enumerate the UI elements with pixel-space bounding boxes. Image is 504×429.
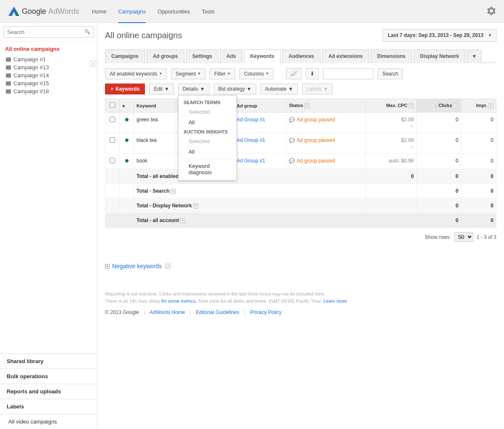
help-icon[interactable]: ? xyxy=(304,103,310,108)
search-button[interactable]: Search xyxy=(378,68,403,79)
edit-cpc-icon[interactable]: ✎ xyxy=(410,124,414,128)
edit-cpc-icon[interactable]: ✎ xyxy=(410,145,414,149)
tree-item[interactable]: Campaign #15 xyxy=(5,79,92,87)
tab-adgroups[interactable]: Ad groups xyxy=(147,50,184,63)
speech-icon: 💬 xyxy=(289,138,295,143)
details-button[interactable]: Details ▼ xyxy=(178,84,210,94)
select-all-checkbox[interactable] xyxy=(110,102,115,108)
menu-auction-all[interactable]: All xyxy=(178,146,236,157)
date-range-picker[interactable]: Last 7 days: Sep 23, 2013 - Sep 29, 2013 xyxy=(383,29,496,42)
cell-cpc: $2.09✎ xyxy=(365,112,416,133)
segment-button[interactable]: Segment ▼ xyxy=(171,68,205,79)
chevron-down-icon: ▼ xyxy=(227,72,231,76)
row-checkbox[interactable] xyxy=(110,117,115,122)
table-row: bookCampaign #13Ad Group #1💬Ad group pau… xyxy=(105,154,496,169)
chart-icon[interactable]: 📈 xyxy=(286,68,302,79)
status-text: Ad group paused xyxy=(297,158,335,164)
menu-search-terms-all[interactable]: All xyxy=(178,117,236,128)
row-checkbox[interactable] xyxy=(110,158,115,163)
shared-library[interactable]: Shared library xyxy=(0,353,97,369)
tree-item[interactable]: Campaign #14 xyxy=(5,71,92,79)
tab-dimensions[interactable]: Dimensions xyxy=(371,50,412,63)
dropdown-header: AUCTION INSIGHTS xyxy=(178,128,236,136)
tab-display-network[interactable]: Display Network xyxy=(414,50,465,63)
col-impr[interactable]: Impr.? xyxy=(461,99,496,112)
status-text: Ad group paused xyxy=(297,137,335,143)
help-icon[interactable]: ? xyxy=(193,204,198,209)
filter-button[interactable]: Filter ▼ xyxy=(210,68,235,79)
tree-item[interactable]: Campaign #13 xyxy=(5,63,92,71)
col-maxcpc[interactable]: Max. CPC? xyxy=(365,99,416,112)
footer-links: © 2013 Google | AdWords Home | Editorial… xyxy=(105,309,496,315)
editorial-guidelines-link[interactable]: Editorial Guidelines xyxy=(196,309,239,315)
row-checkbox[interactable] xyxy=(110,137,115,143)
metrics-link[interactable]: for some metrics. xyxy=(161,298,197,303)
tab-audiences[interactable]: Audiences xyxy=(282,50,320,63)
nav-home[interactable]: Home xyxy=(92,1,107,22)
menu-search-terms-selected[interactable]: Selected xyxy=(178,107,236,117)
cell-cpc: $2.09✎ xyxy=(365,133,416,154)
rows-select[interactable]: 50 xyxy=(454,232,473,242)
bulk-operations[interactable]: Bulk operations xyxy=(0,369,97,384)
campaign-icon xyxy=(6,58,11,62)
logo[interactable]: Google AdWords xyxy=(8,7,79,16)
help-icon[interactable]: ? xyxy=(180,218,185,223)
automate-button[interactable]: Automate ▼ xyxy=(260,84,298,94)
all-online-campaigns[interactable]: All online campaigns xyxy=(5,46,92,52)
tab-ads[interactable]: Ads xyxy=(220,50,242,63)
privacy-policy-link[interactable]: Privacy Policy xyxy=(250,309,282,315)
logo-text: Google AdWords xyxy=(22,7,79,16)
bid-strategy-button[interactable]: Bid strategy ▼ xyxy=(214,84,256,94)
tabs: Campaigns Ad groups Settings Ads Keyword… xyxy=(105,49,496,63)
col-keyword[interactable]: Keyword xyxy=(134,99,175,112)
search-input[interactable] xyxy=(3,26,94,38)
edit-button[interactable]: Edit ▼ xyxy=(149,84,174,94)
tab-more[interactable]: ▼ xyxy=(467,50,481,63)
nav-opportunities[interactable]: Opportunities xyxy=(158,1,190,22)
download-icon[interactable]: ⬇ xyxy=(306,68,319,79)
collapse-sidebar-button[interactable]: « xyxy=(90,61,96,67)
cell-keyword: black tea xyxy=(134,133,175,154)
nav-tools[interactable]: Tools xyxy=(202,1,215,22)
topnav: Home Campaigns Opportunities Tools xyxy=(92,1,215,22)
filter-enabled-keywords[interactable]: All enabled keywords ▼ xyxy=(105,68,167,79)
help-icon[interactable]: ? xyxy=(165,264,171,269)
menu-auction-selected[interactable]: Selected xyxy=(178,136,236,146)
learn-more-link[interactable]: Learn more xyxy=(323,298,347,303)
reports-uploads[interactable]: Reports and uploads xyxy=(0,384,97,399)
help-icon[interactable]: ? xyxy=(453,103,458,108)
help-icon[interactable]: ? xyxy=(488,103,494,108)
menu-keyword-diagnosis[interactable]: Keyword diagnosis xyxy=(178,161,236,178)
labels[interactable]: Labels xyxy=(0,399,97,414)
help-icon[interactable]: ? xyxy=(171,189,176,194)
help-icon[interactable]: ? xyxy=(409,103,414,108)
adgroup-link[interactable]: Ad Group #1 xyxy=(236,158,265,164)
tab-adextensions[interactable]: Ad extensions xyxy=(322,50,369,63)
col-status[interactable]: Status? xyxy=(286,99,366,112)
tab-campaigns[interactable]: Campaigns xyxy=(105,50,145,63)
tab-settings[interactable]: Settings xyxy=(186,50,218,63)
status-text: Ad group paused xyxy=(297,117,335,123)
table-search-input[interactable] xyxy=(323,68,373,79)
topbar: Google AdWords Home Campaigns Opportunit… xyxy=(0,0,504,23)
col-clicks[interactable]: ↓Clicks? xyxy=(417,99,461,112)
all-video-campaigns[interactable]: All video campaigns xyxy=(0,414,97,429)
add-keywords-button[interactable]: +Keywords xyxy=(105,84,145,94)
adwords-home-link[interactable]: AdWords Home xyxy=(150,309,185,315)
labels-button[interactable]: Labels ▼ xyxy=(302,84,333,94)
gear-icon[interactable] xyxy=(487,7,496,16)
col-adgroup[interactable]: Ad group xyxy=(234,99,286,112)
columns-button[interactable]: Columns ▼ xyxy=(239,68,273,79)
adgroup-link[interactable]: Ad Group #1 xyxy=(236,117,265,123)
campaign-icon xyxy=(6,89,11,94)
expand-icon: + xyxy=(105,264,110,269)
toolbar-row-2: +Keywords Edit ▼ Details ▼ SEARCH TERMS … xyxy=(105,84,496,94)
sidebar: 🔍 « All online campaigns Campaign #1 Cam… xyxy=(0,23,97,429)
tab-keywords[interactable]: Keywords xyxy=(244,50,281,63)
nav-campaigns[interactable]: Campaigns xyxy=(118,1,146,24)
negative-keywords-toggle[interactable]: + Negative keywords ? xyxy=(105,263,496,269)
adgroup-link[interactable]: Ad Group #1 xyxy=(236,137,265,143)
cell-keyword: green tea xyxy=(134,112,175,133)
tree-item[interactable]: Campaign #18 xyxy=(5,87,92,95)
tree-item[interactable]: Campaign #1 xyxy=(5,55,92,63)
